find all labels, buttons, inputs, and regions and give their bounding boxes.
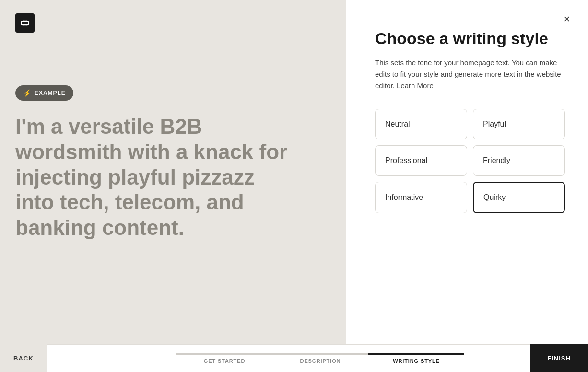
step-label-get-started: GET STARTED (204, 353, 245, 364)
preview-text: I'm a versatile B2B wordsmith with a kna… (15, 114, 294, 241)
step-label-description: DESCRIPTION (300, 353, 341, 364)
example-badge: ⚡ EXAMPLE (15, 85, 73, 101)
step-line-description (272, 353, 368, 355)
squarespace-logo (15, 13, 35, 33)
style-option-playful[interactable]: Playful (473, 109, 565, 140)
left-panel: ⚡ EXAMPLE I'm a versatile B2B wordsmith … (0, 0, 346, 372)
learn-more-link[interactable]: Learn More (397, 81, 434, 90)
finish-button[interactable]: FINISH (530, 344, 588, 372)
right-panel: × Choose a writing style This sets the t… (346, 0, 588, 372)
style-option-quirky[interactable]: Quirky (473, 182, 565, 213)
svg-rect-0 (15, 13, 35, 33)
style-option-informative[interactable]: Informative (375, 182, 467, 213)
step-line-get-started (176, 353, 272, 355)
step-writing-style: WRITING STYLE (368, 353, 464, 364)
style-option-friendly[interactable]: Friendly (473, 145, 565, 176)
panel-title: Choose a writing style (375, 29, 565, 48)
style-option-neutral[interactable]: Neutral (375, 109, 467, 140)
step-get-started: GET STARTED (176, 353, 272, 364)
panel-description: This sets the tone for your homepage tex… (375, 57, 565, 92)
back-button[interactable]: BACK (0, 344, 47, 372)
style-grid: Neutral Playful Professional Friendly In… (375, 109, 565, 213)
progress-steps: GET STARTED DESCRIPTION WRITING STYLE (53, 353, 588, 364)
style-option-professional[interactable]: Professional (375, 145, 467, 176)
step-label-writing-style: WRITING STYLE (393, 353, 440, 364)
step-description: DESCRIPTION (272, 353, 368, 364)
step-line-writing-style (368, 353, 464, 355)
lightning-icon: ⚡ (23, 89, 32, 97)
bottom-bar: BACK GET STARTED DESCRIPTION WRITING STY… (0, 344, 588, 372)
close-button[interactable]: × (559, 12, 575, 27)
badge-label: EXAMPLE (35, 90, 66, 96)
